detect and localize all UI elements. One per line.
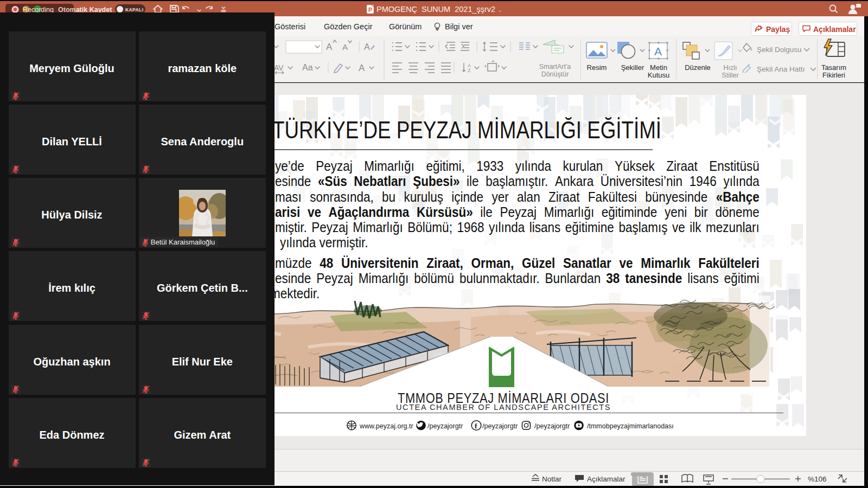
svg-text:A: A bbox=[364, 42, 370, 52]
svg-text:f: f bbox=[475, 422, 477, 430]
svg-text:A: A bbox=[359, 63, 365, 73]
svg-text:A: A bbox=[654, 45, 662, 57]
svg-text:A: A bbox=[342, 42, 348, 52]
svg-text:A: A bbox=[326, 42, 333, 52]
svg-text:AV: AV bbox=[274, 63, 284, 72]
svg-text:P: P bbox=[368, 7, 372, 13]
svg-text:Z: Z bbox=[468, 68, 471, 73]
svg-text:Aa: Aa bbox=[302, 63, 313, 72]
